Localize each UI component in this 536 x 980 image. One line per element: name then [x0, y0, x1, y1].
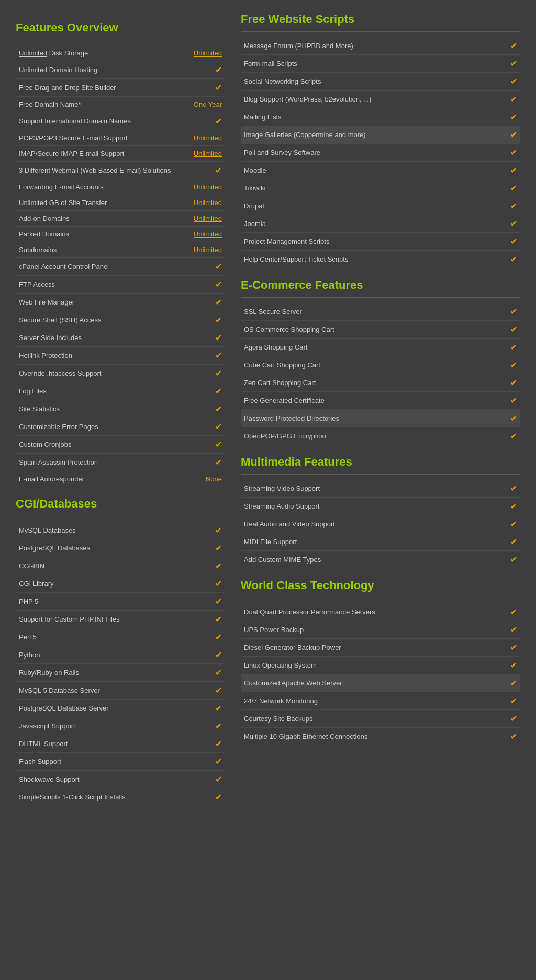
feature-label: OpenPGP/GPG Encryption — [241, 427, 499, 445]
feature-label: Tikiwiki — [241, 179, 499, 197]
checkmark-icon: ✔ — [510, 502, 517, 511]
feature-label: Override .htaccess Support — [16, 365, 183, 382]
checkmark-cell: ✔ — [204, 557, 225, 575]
checkmark-cell: ✔ — [499, 392, 520, 410]
checkmark-icon: ✔ — [510, 378, 517, 387]
table-row: Moodle✔ — [241, 162, 520, 179]
feature-label: Python — [16, 646, 204, 664]
feature-label: PostgreSQL Databases — [16, 539, 204, 557]
checkmark-cell: ✔ — [204, 753, 225, 771]
checkmark-icon: ✔ — [510, 625, 517, 634]
table-row: Agora Shopping Cart✔ — [241, 339, 520, 356]
checkmark-icon: ✔ — [510, 166, 517, 175]
feature-label: Unlimited Disk Storage — [16, 46, 183, 61]
feature-label: Forwarding E-mail Accounts — [16, 179, 183, 195]
feature-label: CGI-BIN — [16, 557, 204, 575]
table-row: Add-on DomainsUnlimited — [16, 211, 225, 227]
checkmark-icon: ✔ — [215, 387, 222, 396]
checkmark-icon: ✔ — [510, 396, 517, 405]
checkmark-cell: ✔ — [204, 611, 225, 628]
checkmark-icon: ✔ — [510, 414, 517, 423]
checkmark-icon: ✔ — [510, 537, 517, 546]
table-row: Streaming Audio Support✔ — [241, 498, 520, 515]
table-row: CGI Library✔ — [16, 575, 225, 593]
feature-label: Javascript Support — [16, 717, 204, 735]
feature-label: Add Custom MIME Types — [241, 551, 499, 569]
checkmark-icon: ✔ — [215, 422, 222, 431]
checkmark-cell: ✔ — [183, 276, 225, 294]
features-overview-table: Unlimited Disk StorageUnlimitedUnlimited… — [16, 46, 225, 487]
feature-label: Real Audio and Video Support — [241, 515, 499, 533]
checkmark-icon: ✔ — [215, 579, 222, 588]
feature-label: Dual Quad Processor Performance Servers — [241, 603, 499, 621]
table-row: Customized Apache Web Server✔ — [241, 674, 520, 692]
checkmark-icon: ✔ — [510, 307, 517, 316]
feature-label: Add-on Domains — [16, 211, 183, 227]
checkmark-cell: ✔ — [183, 294, 225, 311]
feature-label: UPS Power Backup — [241, 621, 499, 639]
checkmark-cell: ✔ — [499, 37, 520, 55]
feature-label: POP3/POP3 Secure E-mail Support — [16, 130, 183, 146]
feature-label: PHP 5 — [16, 593, 204, 611]
ecommerce-table: SSL Secure Server✔OS Commerce Shopping C… — [241, 303, 520, 445]
worldclass-section: World Class Technology Dual Quad Process… — [241, 579, 520, 745]
checkmark-icon: ✔ — [215, 526, 222, 535]
feature-label: Perl 5 — [16, 628, 204, 646]
checkmark-cell: ✔ — [499, 197, 520, 215]
feature-label: Unlimited Domain Hosting — [16, 61, 183, 79]
table-row: Free Domain Name*One Year — [16, 97, 225, 112]
feature-label: Server Side Includes — [16, 329, 183, 347]
feature-value: Unlimited — [183, 211, 225, 227]
feature-label: Subdomains — [16, 242, 183, 258]
checkmark-cell: ✔ — [183, 418, 225, 436]
feature-label: Help Center/Support Ticket Scripts — [241, 251, 499, 268]
feature-label: 3 Different Webmail (Web Based E-mail) S… — [16, 162, 183, 179]
feature-label: Free Domain Name* — [16, 97, 183, 112]
table-row: Custom Cronjobs✔ — [16, 436, 225, 454]
feature-label: PostgreSQL Database Server — [16, 700, 204, 717]
checkmark-icon: ✔ — [510, 555, 517, 564]
checkmark-icon: ✔ — [215, 280, 222, 289]
feature-label: Shockwave Support — [16, 771, 204, 788]
cgi-table: MySQL Databases✔PostgreSQL Databases✔CGI… — [16, 522, 225, 806]
checkmark-cell: ✔ — [499, 303, 520, 321]
table-row: Mailing Lists✔ — [241, 108, 520, 126]
feature-label: Ruby/Ruby on Rails — [16, 664, 204, 682]
checkmark-cell: ✔ — [183, 329, 225, 347]
table-row: Web File Manager✔ — [16, 294, 225, 311]
table-row: Parked DomainsUnlimited — [16, 227, 225, 242]
checkmark-icon: ✔ — [510, 237, 517, 246]
feature-label: cPanel Account Control Panel — [16, 258, 183, 276]
table-row: UPS Power Backup✔ — [241, 621, 520, 639]
table-row: Multiple 10 Gigabit Ethernet Connections… — [241, 728, 520, 746]
worldclass-title: World Class Technology — [241, 579, 520, 592]
free-scripts-table: Message Forum (PHPBB and More)✔Form-mail… — [241, 37, 520, 268]
cgi-title: CGI/Databases — [16, 497, 225, 511]
checkmark-cell: ✔ — [499, 126, 520, 144]
checkmark-cell: ✔ — [183, 400, 225, 418]
feature-value: Unlimited — [183, 46, 225, 61]
checkmark-cell: ✔ — [499, 710, 520, 728]
feature-label: Moodle — [241, 162, 499, 179]
feature-label: Password Protected Directories — [241, 410, 499, 427]
table-row: Cube Cart Shopping Cart✔ — [241, 356, 520, 374]
checkmark-icon: ✔ — [215, 561, 222, 570]
table-row: IMAP/Secure IMAP E-mail SupportUnlimited — [16, 146, 225, 162]
table-row: PHP 5✔ — [16, 593, 225, 611]
checkmark-cell: ✔ — [499, 603, 520, 621]
checkmark-cell: ✔ — [204, 682, 225, 700]
feature-label: Customized Apache Web Server — [241, 674, 499, 692]
feature-label: Project Management Scripts — [241, 233, 499, 251]
checkmark-icon: ✔ — [215, 404, 222, 413]
table-row: Server Side Includes✔ — [16, 329, 225, 347]
table-row: OpenPGP/GPG Encryption✔ — [241, 427, 520, 445]
checkmark-icon: ✔ — [510, 325, 517, 334]
checkmark-cell: ✔ — [183, 454, 225, 471]
checkmark-cell: ✔ — [204, 664, 225, 682]
checkmark-icon: ✔ — [510, 219, 517, 228]
features-overview-section: Features Overview Unlimited Disk Storage… — [16, 21, 225, 487]
checkmark-cell: ✔ — [499, 515, 520, 533]
feature-label: FTP Access — [16, 276, 183, 294]
table-row: Dual Quad Processor Performance Servers✔ — [241, 603, 520, 621]
checkmark-icon: ✔ — [215, 351, 222, 360]
